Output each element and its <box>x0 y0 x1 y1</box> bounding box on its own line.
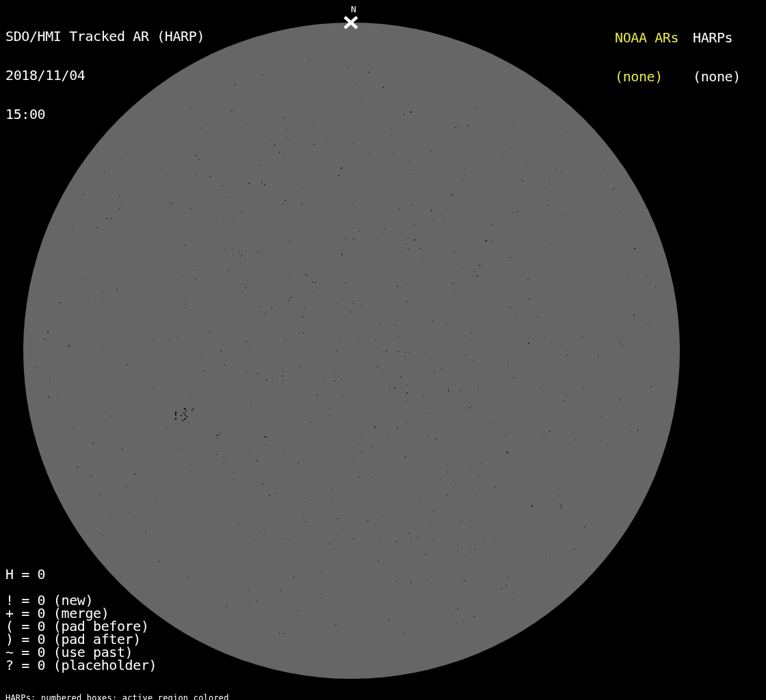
harps-value: (none) <box>693 70 741 83</box>
footer-caption-harps: HARPs: numbered boxes; active region col… <box>5 694 300 700</box>
solar-map-viewer: N SDO/HMI Tracked AR (HARP) 2018/11/04 1… <box>0 0 766 700</box>
north-label: N <box>351 5 356 14</box>
legend-list: ! = 0 (new)+ = 0 (merge)( = 0 (pad befor… <box>5 594 157 672</box>
legend-item: ? = 0 (placeholder) <box>5 659 157 672</box>
noaa-ars-block: NOAA ARs (none) <box>615 5 678 109</box>
header-block: SDO/HMI Tracked AR (HARP) 2018/11/04 15:… <box>5 4 204 147</box>
north-pole-marker-icon <box>343 16 359 29</box>
harps-label: HARPs <box>693 31 741 44</box>
noaa-ars-label: NOAA ARs <box>615 31 678 44</box>
harps-block: HARPs (none) <box>693 5 741 109</box>
date-label: 2018/11/04 <box>5 69 204 82</box>
noaa-ars-value: (none) <box>615 70 678 83</box>
footer-captions: HARPs: numbered boxes; active region col… <box>5 677 300 700</box>
app-title: SDO/HMI Tracked AR (HARP) <box>5 30 204 43</box>
harp-count: H = 0 <box>5 568 45 581</box>
time-label: 15:00 <box>5 108 204 121</box>
